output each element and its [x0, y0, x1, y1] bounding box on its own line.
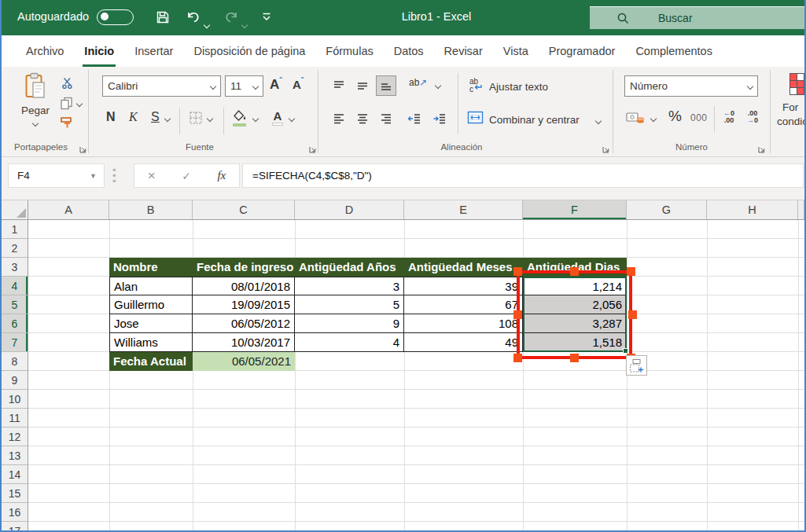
cell-B8-fecha-actual[interactable]: Fecha Actual [109, 352, 193, 371]
search-box[interactable]: Buscar [590, 6, 806, 29]
align-left-icon[interactable] [329, 108, 349, 129]
font-color-dropdown-icon[interactable] [289, 116, 295, 122]
autofill-options-button[interactable] [626, 355, 647, 376]
annotation-handle[interactable] [628, 310, 637, 319]
copy-dropdown-icon[interactable] [76, 101, 83, 107]
align-top-icon[interactable] [329, 75, 349, 96]
cell-D4[interactable]: 3 [295, 277, 404, 295]
increase-indent-icon[interactable] [429, 108, 450, 129]
paste-button[interactable]: Pegar [13, 72, 58, 141]
column-header-D[interactable]: D [295, 200, 404, 219]
column-header-G[interactable]: G [627, 200, 707, 219]
tab-disposicion[interactable]: Disposición de página [183, 35, 315, 67]
annotation-handle[interactable] [513, 354, 522, 362]
wrap-text-icon[interactable]: abc [469, 77, 484, 95]
formula-input[interactable]: =SIFECHA(C4,$C$8,"D") [242, 163, 804, 188]
cell-C8-fecha-actual-valor[interactable]: 06/05/2021 [193, 352, 295, 371]
row-header-7[interactable]: 7 [2, 333, 28, 352]
wrap-text-label[interactable]: Ajustar texto [489, 81, 548, 93]
cell-E4[interactable]: 39 [404, 277, 523, 295]
row-header-12[interactable]: 12 [2, 427, 28, 446]
align-bottom-icon[interactable] [376, 75, 396, 96]
clipboard-dialog-launcher-icon[interactable] [79, 144, 87, 156]
cell-B6[interactable]: Jose [109, 314, 193, 333]
orientation-icon[interactable]: ab↗ [409, 77, 427, 88]
column-header-partial[interactable] [798, 200, 804, 219]
format-painter-icon[interactable] [60, 116, 73, 132]
number-format-combo[interactable]: Número [624, 75, 758, 97]
cell-D7[interactable]: 4 [295, 333, 404, 352]
align-right-icon[interactable] [376, 108, 396, 129]
fill-color-dropdown-icon[interactable] [252, 116, 259, 122]
font-size-combo[interactable]: 11 [225, 75, 263, 97]
annotation-handle[interactable] [627, 267, 635, 276]
cell-C6[interactable]: 06/05/2012 [193, 314, 295, 333]
column-header-F[interactable]: F [523, 200, 627, 219]
cell-grid[interactable]: Nombre Fecha de ingreso Antigüedad Años … [28, 220, 804, 530]
row-header-13[interactable]: 13 [2, 446, 28, 465]
cell-D6[interactable]: 9 [295, 314, 404, 333]
font-family-combo[interactable]: Calibri [102, 75, 221, 97]
row-header-14[interactable]: 14 [2, 465, 28, 484]
accounting-dropdown-icon[interactable] [650, 116, 657, 122]
row-header-10[interactable]: 10 [2, 390, 28, 409]
name-box[interactable]: F4 ▼ [8, 163, 105, 188]
row-header-5[interactable]: 5 [2, 295, 28, 314]
decrease-font-icon[interactable]: Aˇ [293, 76, 304, 91]
cell-E6[interactable]: 108 [404, 314, 523, 333]
select-all-corner[interactable] [2, 200, 28, 220]
italic-button[interactable]: K [129, 110, 138, 124]
decrease-indent-icon[interactable] [404, 108, 425, 129]
conditional-formatting-label-line2[interactable]: condic [777, 116, 804, 127]
font-color-icon[interactable]: A [272, 109, 283, 126]
quick-access-toolbar-icon[interactable] [261, 12, 272, 24]
row-header-4[interactable]: 4 [2, 277, 28, 295]
tab-formulas[interactable]: Fórmulas [315, 35, 383, 67]
orientation-dropdown-icon[interactable] [435, 83, 441, 89]
autosave-toggle[interactable] [97, 9, 134, 25]
table-header-nombre[interactable]: Nombre [109, 258, 193, 277]
cell-C7[interactable]: 10/03/2017 [193, 333, 295, 352]
annotation-handle[interactable] [570, 354, 579, 362]
conditional-formatting-label-line1[interactable]: For [782, 101, 798, 113]
align-middle-icon[interactable] [352, 75, 373, 96]
align-center-icon[interactable] [352, 108, 373, 129]
decrease-decimal-icon[interactable]: .00→0 [742, 110, 763, 124]
row-header-3[interactable]: 3 [2, 258, 28, 277]
cell-D8[interactable] [295, 352, 404, 371]
column-header-B[interactable]: B [109, 200, 193, 219]
increase-font-icon[interactable]: Aˆ [270, 76, 282, 93]
row-header-8[interactable]: 8 [2, 352, 28, 371]
column-header-A[interactable]: A [28, 200, 109, 219]
copy-icon[interactable] [60, 97, 73, 112]
cell-C4[interactable]: 08/01/2018 [193, 277, 295, 295]
enter-icon[interactable]: ✓ [182, 170, 191, 182]
cell-C5[interactable]: 19/09/2015 [193, 295, 295, 314]
comma-style-button[interactable]: 000 [690, 112, 708, 123]
column-header-E[interactable]: E [404, 200, 523, 219]
annotation-rectangle[interactable] [517, 270, 632, 359]
bold-button[interactable]: N [106, 110, 116, 124]
tab-insertar[interactable]: Insertar [124, 35, 183, 67]
table-header-fecha-ingreso[interactable]: Fecha de ingreso [193, 258, 295, 277]
row-header-6[interactable]: 6 [2, 314, 28, 333]
cell-B7[interactable]: Williams [109, 333, 193, 352]
insert-function-icon[interactable]: fx [217, 169, 226, 182]
tab-vista[interactable]: Vista [493, 35, 539, 67]
annotation-handle[interactable] [570, 267, 579, 276]
cell-E8[interactable] [404, 352, 523, 371]
annotation-handle[interactable] [513, 267, 522, 276]
conditional-formatting-icon[interactable] [789, 73, 804, 95]
tab-archivo[interactable]: Archivo [16, 35, 74, 67]
redo-icon[interactable] [223, 10, 239, 27]
cell-E7[interactable]: 49 [404, 333, 523, 352]
tab-complementos[interactable]: Complementos [625, 35, 723, 67]
tab-programador[interactable]: Programador [539, 35, 626, 67]
borders-dropdown-icon[interactable] [207, 116, 213, 122]
cell-D5[interactable]: 5 [295, 295, 404, 314]
tab-revisar[interactable]: Revisar [434, 35, 493, 67]
cell-E5[interactable]: 67 [404, 295, 523, 314]
undo-dropdown-icon[interactable] [204, 17, 209, 30]
merge-center-label[interactable]: Combinar y centrar [489, 114, 580, 126]
row-header-15[interactable]: 15 [2, 484, 28, 503]
